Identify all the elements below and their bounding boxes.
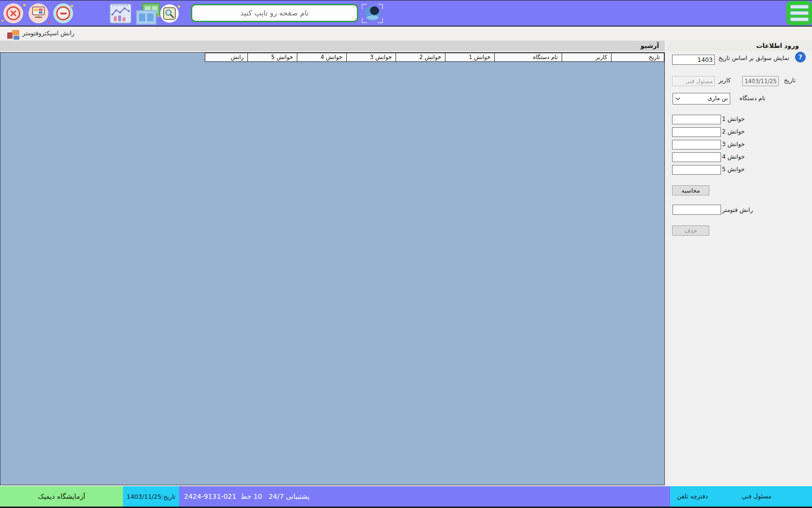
status-date-badge: تاریخ:1403/11/25 bbox=[123, 486, 179, 507]
reading-1-label: خوانش 1 bbox=[722, 116, 745, 122]
close-app-button[interactable] bbox=[3, 3, 23, 23]
chart-icon bbox=[110, 3, 131, 24]
lab-name-text: آزمایشگاه دیمیک bbox=[38, 493, 85, 500]
help-button[interactable]: ? bbox=[795, 52, 806, 62]
sparkle-dot bbox=[1, 20, 3, 22]
monitor-button[interactable] bbox=[29, 3, 48, 23]
close-icon bbox=[6, 6, 20, 20]
chart-dashboard-button[interactable] bbox=[109, 3, 132, 24]
archive-grid-header: تاریخ کاربر نام دستگاه خوانش 1 خوانش 2 خ… bbox=[0, 53, 664, 62]
data-entry-panel-title: ورود اطلاعات bbox=[667, 41, 812, 51]
column-header-reading1[interactable]: خوانش 1 bbox=[445, 53, 495, 62]
hamburger-menu-icon bbox=[790, 5, 809, 9]
launcher-bar bbox=[0, 0, 812, 26]
reading-3-label: خوانش 3 bbox=[722, 141, 745, 148]
windows-layout-icon-front bbox=[136, 10, 156, 25]
device-combobox-value: بن ماری bbox=[707, 95, 728, 102]
question-mark-icon: ? bbox=[798, 53, 802, 60]
status-links: دفترچه تلفن مسئول فنی bbox=[670, 486, 812, 507]
user-label: کاربر bbox=[719, 77, 731, 84]
monitor-icon bbox=[32, 6, 45, 21]
hamburger-menu-icon bbox=[790, 17, 809, 21]
sparkle-dot bbox=[23, 4, 26, 6]
column-header-drift[interactable]: رانش bbox=[205, 53, 248, 62]
column-header-reading2[interactable]: خوانش 2 bbox=[396, 53, 445, 62]
window-title: رانش اسپکتروفتومتر bbox=[22, 30, 75, 37]
search-tool-button[interactable] bbox=[160, 4, 179, 23]
status-bar: آزمایشگاه دیمیک تاریخ:1403/11/25 پشتیبان… bbox=[0, 486, 812, 507]
archive-datagrid[interactable]: تاریخ کاربر نام دستگاه خوانش 1 خوانش 2 خ… bbox=[0, 52, 665, 485]
column-header-device[interactable]: نام دستگاه bbox=[494, 53, 562, 62]
photometer-drift-label: رانش فتومتر bbox=[722, 207, 753, 213]
data-entry-panel: ورود اطلاعات ? نمایش سوابق بر اساس تاریخ… bbox=[667, 41, 812, 485]
reading-5-input[interactable] bbox=[672, 165, 721, 175]
reading-4-input[interactable] bbox=[672, 152, 721, 162]
eye-capture-button[interactable] bbox=[362, 4, 383, 23]
reading-1-input[interactable] bbox=[672, 115, 721, 124]
technical-officer-link[interactable]: مسئول فنی bbox=[742, 486, 771, 507]
hamburger-menu-icon bbox=[790, 11, 809, 15]
support-text: پشتیبانی 24/7 10 خط 021-9131-2424 bbox=[184, 486, 309, 507]
app-screen: رانش اسپکتروفتومتر ✕ آرشیو تاریخ کاربر ن… bbox=[0, 0, 812, 508]
archive-section-title: آرشیو bbox=[0, 41, 665, 51]
reading-2-input[interactable] bbox=[672, 127, 721, 137]
sparkle-dot bbox=[48, 22, 50, 24]
sparkle-dot bbox=[178, 5, 180, 8]
archive-section: آرشیو تاریخ کاربر نام دستگاه خوانش 1 خوا… bbox=[0, 41, 665, 485]
sparkle-dot bbox=[157, 15, 159, 17]
date-label: تاریخ bbox=[784, 77, 796, 84]
magnifier-icon bbox=[163, 7, 176, 20]
user-value-field[interactable] bbox=[672, 76, 715, 86]
column-header-reading4[interactable]: خوانش 4 bbox=[297, 53, 347, 62]
date-value-field[interactable] bbox=[742, 76, 779, 86]
column-header-reading3[interactable]: خوانش 3 bbox=[346, 53, 396, 62]
reading-5-label: خوانش 5 bbox=[722, 166, 745, 173]
device-combobox[interactable]: بن ماری bbox=[673, 93, 730, 105]
chevron-down-icon bbox=[675, 97, 680, 101]
bracket-corner bbox=[378, 18, 383, 23]
lab-name-badge: آزمایشگاه دیمیک bbox=[0, 486, 123, 507]
window-titlebar: رانش اسپکتروفتومتر ✕ bbox=[0, 26, 812, 40]
page-search-input[interactable] bbox=[191, 4, 358, 22]
delete-button[interactable]: حذف bbox=[672, 225, 709, 236]
filter-year-input[interactable] bbox=[672, 55, 715, 65]
filter-by-date-label: نمایش سوابق بر اساس تاریخ bbox=[719, 55, 789, 61]
reading-4-label: خوانش 4 bbox=[722, 153, 745, 160]
support-strip: پشتیبانی 24/7 10 خط 021-9131-2424 bbox=[179, 486, 670, 507]
phonebook-link[interactable]: دفترچه تلفن bbox=[677, 486, 708, 507]
device-name-label: نام دستگاه bbox=[739, 95, 766, 102]
hamburger-menu-button[interactable] bbox=[786, 1, 812, 25]
column-header-reading5[interactable]: خوانش 5 bbox=[247, 53, 297, 62]
column-header-user[interactable]: کاربر bbox=[562, 53, 612, 62]
calculate-button[interactable]: محاسبه bbox=[672, 185, 709, 195]
sparkle-dot bbox=[71, 5, 73, 7]
column-header-date[interactable]: تاریخ bbox=[611, 53, 664, 62]
photometer-drift-input[interactable] bbox=[673, 205, 721, 215]
app-icon bbox=[7, 30, 21, 41]
minimize-icon bbox=[56, 6, 70, 20]
main-area: آرشیو تاریخ کاربر نام دستگاه خوانش 1 خوا… bbox=[0, 40, 812, 486]
reading-2-label: خوانش 2 bbox=[722, 128, 745, 135]
reading-3-input[interactable] bbox=[672, 140, 721, 149]
eye-capture-icon bbox=[365, 6, 380, 21]
minimize-app-button[interactable] bbox=[53, 3, 73, 23]
status-date-text: تاریخ:1403/11/25 bbox=[126, 493, 175, 500]
bracket-corner bbox=[362, 18, 367, 23]
